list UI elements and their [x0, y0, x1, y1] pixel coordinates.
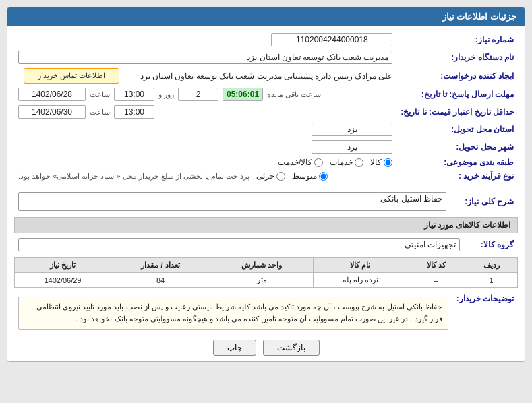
mohlatErsal-rooz: 2: [178, 88, 218, 101]
namedastgah-input: مدیریت شعب بانک توسعه تعاون استان یزد: [18, 51, 392, 64]
ostanTahvil-value: یزد: [14, 121, 396, 138]
toshihat-text: حفاظ بانکی استیل به شرح پیوست ، آن چه مو…: [18, 297, 448, 330]
mohlatErsal-value: 1402/06/28 ساعت 13:00 روز و 2 05:06:01 س…: [14, 86, 396, 103]
noeFarayand-value: پرداخت تمام یا بخشی از مبلغ خریدار محل «…: [14, 169, 396, 183]
namedastgah-label: نام دستگاه خریدار:: [396, 49, 518, 66]
radio-jozii-label: جزئی: [256, 171, 274, 181]
etelaat-tamas-button[interactable]: اطلاعات تماس خریدار: [24, 68, 119, 84]
row-toshihat: توضیحات خریدار: حفاظ بانکی استیل به شرح …: [14, 292, 518, 334]
main-card: جزئیات اطلاعات نیاز شماره نیاز: 11020042…: [7, 7, 525, 362]
shomareNiaz-value: 1102004244000018: [140, 31, 397, 49]
radio-kalaKhadamat[interactable]: کالا/خدمت: [278, 158, 323, 167]
mohlatErsal-label: مهلت ارسال پاسخ: تا تاریخ:: [396, 86, 518, 103]
sharhKolli-table: شرح کلی نیاز: حفاظ استیل بانکی: [14, 190, 518, 213]
tabaqeh-value: کالا خدمات کالا/خدمت: [14, 156, 396, 169]
bazgasht-button[interactable]: بازگشت: [263, 340, 320, 356]
kala-table: ردیف کد کالا نام کالا واحد شمارش تعداد /…: [14, 257, 518, 288]
radio-khadamat[interactable]: خدمات: [330, 158, 363, 167]
sharhKolli-value: حفاظ استیل بانکی: [14, 190, 450, 213]
divider1: [14, 187, 518, 187]
chap-button[interactable]: چاپ: [213, 340, 256, 356]
row-sharhKolli: شرح کلی نیاز: حفاظ استیل بانکی: [14, 190, 518, 213]
cell-codKala: --: [407, 273, 465, 288]
saat-label2: ساعت: [90, 108, 110, 117]
radio-kalaKhadamat-label: کالا/خدمت: [278, 158, 312, 167]
row-shomareNiaz: شماره نیاز: 1102004244000018: [14, 31, 518, 49]
tabaqeh-label: طبقه بندی موضوعی:: [396, 156, 518, 169]
ijadKonande-value: علی مرادک رییس دایره پشتیبانی مدیریت شعب…: [123, 66, 397, 86]
row-namedastgah: نام دستگاه خریدار: مدیریت شعب بانک توسعه…: [14, 49, 518, 66]
toshihat-table: توضیحات خریدار: حفاظ بانکی استیل به شرح …: [14, 292, 518, 334]
row-groheKala: گروه کالا: تجهیزات امنیتی: [14, 236, 518, 253]
ettelaat-section-header: اطلاعات کالاهای مورد نیاز: [14, 217, 518, 233]
baghimande-label: ساعت باقی مانده: [267, 90, 321, 99]
groheKala-input[interactable]: تجهیزات امنیتی: [18, 238, 460, 251]
shomareNiaz-label: شماره نیاز:: [396, 31, 518, 49]
hadaqal-value: 1402/06/30 ساعت 13:00: [14, 103, 396, 121]
radio-jozii-input[interactable]: [276, 172, 285, 181]
namedastgah-value: مدیریت شعب بانک توسعه تعاون استان یزد: [14, 49, 396, 66]
row-mohlatErsal: مهلت ارسال پاسخ: تا تاریخ: 1402/06/28 سا…: [14, 86, 518, 103]
shahrTahvil-value: یزد: [14, 138, 396, 156]
bottom-buttons: بازگشت چاپ: [14, 340, 518, 356]
groheKala-table: گروه کالا: تجهیزات امنیتی: [14, 236, 518, 253]
radio-motovaset-label: متوسط: [292, 171, 317, 181]
radio-khadamat-label: خدمات: [330, 158, 353, 167]
info-table: شماره نیاز: 1102004244000018 نام دستگاه …: [14, 31, 518, 183]
shahrTahvil-label: شهر محل تحویل:: [396, 138, 518, 156]
groheKala-value: تجهیزات امنیتی: [14, 236, 464, 253]
groheKala-label: گروه کالا:: [464, 236, 518, 253]
table-row: 1 -- نرده راه پله متر 84 1402/06/29: [15, 273, 518, 288]
cell-tedadMeqdar: 84: [111, 273, 210, 288]
radio-kala[interactable]: کالا: [370, 158, 392, 167]
radio-motovaset[interactable]: متوسط: [292, 171, 328, 181]
etelaat-btn-cell: اطلاعات تماس خریدار: [14, 66, 123, 86]
card-header: جزئیات اطلاعات نیاز: [7, 7, 525, 26]
kala-table-head: ردیف کد کالا نام کالا واحد شمارش تعداد /…: [15, 258, 518, 273]
radio-kala-label: کالا: [370, 158, 382, 167]
kala-table-header-row: ردیف کد کالا نام کالا واحد شمارش تعداد /…: [15, 258, 518, 273]
hadaqal-date: 1402/06/30: [18, 105, 86, 119]
row-ostanTahvil: استان محل تحویل: یزد: [14, 121, 518, 138]
toshihat-value: حفاظ بانکی استیل به شرح پیوست ، آن چه مو…: [14, 292, 452, 334]
radio-motovaset-input[interactable]: [319, 172, 328, 181]
shahrTahvil-input: یزد: [312, 140, 392, 154]
radio-kalaKhadamat-input[interactable]: [314, 158, 323, 167]
radio-kala-input[interactable]: [384, 158, 392, 167]
ijadKonande-label: ایجاد کننده درخواست:: [396, 66, 518, 86]
mohlatErsal-time: 13:00: [114, 88, 154, 101]
cell-vahedShomares: متر: [210, 273, 314, 288]
row-tabaqeh: طبقه بندی موضوعی: کالا خدمات: [14, 156, 518, 169]
row-ijadKonande: ایجاد کننده درخواست: علی مرادک رییس دایر…: [14, 66, 518, 86]
row-shahrTahvil: شهر محل تحویل: یزد: [14, 138, 518, 156]
sharhKolli-label: شرح کلی نیاز:: [450, 190, 518, 213]
mohlatErsal-saat: 05:06:01: [223, 88, 263, 101]
page-wrapper: جزئیات اطلاعات نیاز شماره نیاز: 11020042…: [0, 0, 532, 403]
card-body: شماره نیاز: 1102004244000018 نام دستگاه …: [7, 26, 525, 361]
radio-khadamat-input[interactable]: [355, 158, 363, 167]
sharhKolli-input[interactable]: حفاظ استیل بانکی: [18, 192, 446, 211]
kala-table-body: 1 -- نرده راه پله متر 84 1402/06/29: [15, 273, 518, 288]
noeFarayand-label: نوع فرآیند خرید :: [396, 169, 518, 183]
hadaqal-label: حداقل تاریخ اعتبار قیمت: تا تاریخ:: [396, 103, 518, 121]
row-noeFarayand: نوع فرآیند خرید : پرداخت تمام یا بخشی از…: [14, 169, 518, 183]
col-tarikheNiaz: تاریخ نیاز: [15, 258, 111, 273]
mohlatErsal-date: 1402/06/28: [18, 88, 86, 101]
ostanTahvil-input: یزد: [312, 123, 392, 136]
noeFarayand-text: پرداخت تمام یا بخشی از مبلغ خریدار محل «…: [18, 172, 249, 181]
cell-nameKala: نرده راه پله: [314, 273, 407, 288]
col-vahedShomares: واحد شمارش: [210, 258, 314, 273]
row-hadaqal: حداقل تاریخ اعتبار قیمت: تا تاریخ: 1402/…: [14, 103, 518, 121]
ostanTahvil-label: استان محل تحویل:: [396, 121, 518, 138]
shomareNiaz-input: 1102004244000018: [271, 33, 392, 46]
page-title: جزئیات اطلاعات نیاز: [442, 11, 516, 22]
col-radif: ردیف: [465, 258, 518, 273]
ijadKonande-text: علی مرادک رییس دایره پشتیبانی مدیریت شعب…: [140, 71, 393, 81]
cell-tarikheNiaz: 1402/06/29: [15, 273, 111, 288]
col-tedadMeqdar: تعداد / مقدار: [111, 258, 210, 273]
radio-jozii[interactable]: جزئی: [256, 171, 285, 181]
col-nameKala: نام کالا: [314, 258, 407, 273]
hadaqal-time: 13:00: [114, 105, 154, 119]
cell-radif: 1: [465, 273, 518, 288]
toshihat-label: توضیحات خریدار:: [452, 292, 518, 334]
